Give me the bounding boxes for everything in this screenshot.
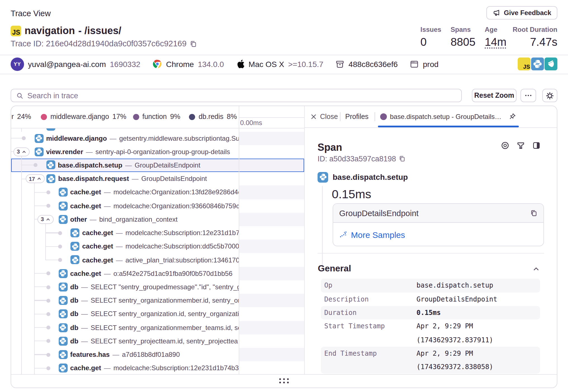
timeline-rule — [238, 117, 304, 118]
span-row[interactable]: db—SELECT sentry_organizationmember.id, … — [11, 294, 304, 307]
reset-zoom-button[interactable]: Reset Zoom — [472, 89, 517, 102]
close-drawer-button[interactable]: Close — [310, 106, 338, 127]
more-samples-link[interactable]: More Samples — [333, 224, 544, 246]
python-op-icon — [58, 283, 67, 291]
meta-chip: prod — [410, 59, 439, 68]
span-op-dot — [380, 113, 387, 120]
timeline-stripe — [238, 132, 304, 145]
span-row[interactable]: cache.get—modelcache:Subscription:12e231… — [11, 226, 304, 240]
legend-item[interactable]: db.redis8% — [189, 106, 237, 128]
resize-grip[interactable] — [279, 379, 289, 384]
general-row-op: Opbase.dispatch.setup — [321, 279, 540, 293]
span-node-dot — [46, 312, 50, 316]
timeline-header: 0.00ms — [238, 106, 304, 128]
event-path: - /issues/ — [78, 25, 121, 37]
span-row[interactable]: 3view.render—sentry-api-0-organization-g… — [11, 145, 304, 158]
tab-profiles[interactable]: Profiles — [345, 106, 368, 127]
span-op-legend: or24%middleware.django17%function9%db.re… — [11, 106, 238, 128]
stat-root-duration: Root Duration7.47s — [509, 26, 557, 49]
python-op-icon — [58, 364, 67, 372]
span-tree: middleware.django—getsentry.middleware.s… — [11, 128, 304, 375]
user-id: 1690332 — [110, 59, 140, 68]
general-row-description: DescriptionGroupDetailsEndpoint — [321, 292, 540, 306]
span-row[interactable]: cache.get—modelcache:Subscription:dd5c5b… — [11, 240, 304, 253]
expand-collapse-pill[interactable]: 17 — [25, 175, 44, 183]
span-node-dot — [46, 339, 50, 343]
flask-platform-icon — [545, 58, 557, 70]
focus-icon[interactable] — [501, 141, 509, 149]
trace-stats: Issues0Spans8805Age14mRoot Duration7.47s — [420, 26, 557, 49]
layout-icon[interactable] — [532, 141, 541, 149]
span-row[interactable]: db—SELECT sentry_organizationmember_team… — [11, 321, 304, 334]
span-row[interactable]: db—SELECT sentry_organization.id, sentry… — [11, 307, 304, 321]
copy-icon[interactable] — [399, 155, 406, 162]
span-node-dot — [34, 163, 37, 167]
trace-panel: or24%middleware.django17%function9%db.re… — [11, 106, 557, 388]
python-op-icon — [70, 255, 79, 264]
pin-tab-button[interactable] — [509, 113, 516, 120]
span-id: ID: a50d33a597ca8198 — [318, 154, 406, 163]
span-row[interactable]: db—SELECT "sentry_groupedmessage"."id", … — [11, 280, 304, 294]
legend-dot — [41, 114, 47, 120]
python-op-icon — [58, 269, 67, 278]
meta-chip: Chrome134.0.0 — [153, 59, 224, 69]
copy-icon[interactable] — [530, 209, 538, 217]
funnel-icon[interactable] — [517, 141, 525, 149]
python-op-icon — [58, 296, 67, 305]
span-row[interactable]: cache.get—modelcache:Organization:13fd28… — [11, 186, 304, 199]
archive-box-icon — [336, 59, 345, 68]
meta-chip: 488c8c636ef6 — [336, 59, 398, 68]
expand-collapse-pill[interactable]: 3 — [37, 215, 53, 224]
tree-guide-line — [34, 183, 35, 375]
general-row-end-timestamp: End TimestampApr 2, 9:29 PM (1743629372.… — [321, 347, 540, 374]
section-divider — [318, 253, 544, 254]
copy-icon[interactable] — [189, 40, 197, 47]
legend-item[interactable]: function9% — [133, 106, 180, 128]
span-row[interactable]: 3other—bind_organization_context — [11, 213, 304, 226]
meta-chip: Mac OS X>=10.15.7 — [236, 59, 323, 69]
timeline-stripe — [238, 240, 304, 253]
span-node-dot — [46, 272, 50, 276]
meta-bar: YY yuval@pangea-ai.com 1690332 Chrome134… — [11, 55, 557, 73]
collapse-section-button[interactable] — [532, 265, 540, 273]
span-duration: 0.15ms — [332, 187, 371, 201]
python-op-icon — [70, 228, 79, 237]
search-row: Search in trace Reset Zoom — [11, 89, 557, 102]
expand-collapse-pill[interactable]: 3 — [13, 147, 29, 156]
python-op-icon — [58, 215, 67, 224]
page-title: Trace View — [11, 9, 51, 18]
legend-dot — [189, 114, 195, 120]
tab-span-details[interactable]: base.dispatch.setup - GroupDetails… — [380, 106, 516, 127]
span-row[interactable]: db—SELECT sentry_projectteam.id, sentry_… — [11, 334, 304, 348]
python-op-icon — [34, 134, 43, 143]
tree-guide-line — [21, 156, 22, 375]
avatar: YY — [11, 57, 24, 71]
span-row[interactable]: cache.get—active_plan_trial:subscription… — [11, 253, 304, 267]
span-row[interactable]: features.has—a7d618b8df01a890 — [11, 348, 304, 361]
settings-button[interactable] — [542, 89, 557, 102]
legend-item[interactable]: or24% — [11, 106, 31, 128]
more-options-button[interactable] — [520, 89, 536, 102]
give-feedback-button[interactable]: Give Feedback — [487, 6, 557, 20]
span-row[interactable]: middleware.django—getsentry.middleware.s… — [11, 132, 304, 145]
timeline-column-divider[interactable] — [238, 106, 239, 374]
search-input[interactable]: Search in trace — [11, 89, 462, 102]
python-platform-icon — [531, 58, 544, 70]
tree-guide-line — [21, 128, 22, 132]
span-row[interactable]: cache.get—modelcache:Subscription:12e231… — [11, 361, 304, 375]
span-tools — [501, 141, 541, 149]
span-row[interactable]: cache.get—o:a5f42e275d1ac91fba90f0b570d1… — [11, 267, 304, 280]
span-node-dot — [46, 204, 50, 208]
span-row[interactable]: cache.get—modelcache:Organization:936608… — [11, 199, 304, 212]
python-op-icon — [58, 337, 67, 346]
megaphone-icon — [493, 9, 501, 17]
meta-divider — [0, 73, 568, 74]
samples-scatter-icon — [339, 231, 347, 238]
browser-window-icon — [410, 59, 419, 68]
span-row[interactable]: 17base.dispatch.request—GroupDetailsEndp… — [11, 172, 304, 185]
span-row[interactable]: base.dispatch.setup—GroupDetailsEndpoint — [11, 159, 304, 172]
duration-guide-line — [322, 186, 323, 268]
timeline-stripe — [238, 213, 304, 226]
legend-item[interactable]: middleware.django17% — [41, 106, 126, 128]
partial-row-icon — [46, 128, 55, 130]
